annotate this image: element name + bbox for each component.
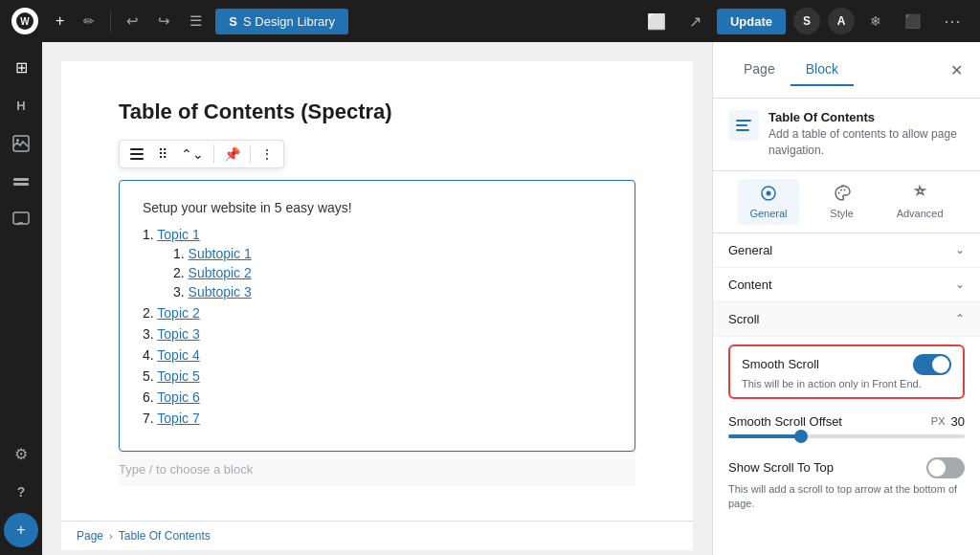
general-section-label: General xyxy=(728,243,772,257)
sidebar-icon-comment[interactable] xyxy=(4,203,38,237)
block-toolbar: ⠿ ⌃⌄ 📌 ⋮ xyxy=(119,140,284,168)
block-info-text: Table Of Contents Add a table of content… xyxy=(768,110,965,159)
style-icon xyxy=(834,185,851,206)
subtopic-1-link[interactable]: Subtopic 1 xyxy=(189,246,252,261)
layout-button[interactable]: ⬛ xyxy=(897,10,928,33)
advanced-icon xyxy=(911,185,928,206)
breadcrumb-bar: Page › Table Of Contents xyxy=(61,521,693,550)
scroll-to-top-desc: This will add a scroll to top arrow at t… xyxy=(713,482,980,522)
topic-3-link[interactable]: Topic 3 xyxy=(157,326,199,342)
offset-unit: PX xyxy=(931,415,946,427)
spectra-button[interactable]: S xyxy=(793,8,820,34)
redo-button[interactable]: ↪ xyxy=(152,9,176,33)
subtopic-2-link[interactable]: Subtopic 2 xyxy=(189,265,252,280)
list-item: 5. Topic 5 xyxy=(143,368,612,384)
block-info-icon xyxy=(728,110,759,141)
panel-nav-style[interactable]: Style xyxy=(818,179,864,225)
svg-rect-3 xyxy=(13,183,29,186)
right-panel: Page Block ✕ Table Of Contents Add a tab… xyxy=(712,42,980,555)
external-link-button[interactable]: ↗ xyxy=(681,9,709,34)
block-info: Table Of Contents Add a table of content… xyxy=(713,99,980,171)
top-toolbar: + ✏ ↩ ↪ ☰ S S Design Library ⬜ ↗ Update … xyxy=(0,0,980,42)
breadcrumb-toc[interactable]: Table Of Contents xyxy=(119,529,211,543)
topic-4-link[interactable]: Topic 4 xyxy=(157,347,199,363)
scroll-to-top-toggle[interactable] xyxy=(926,457,965,478)
monitor-icon-button[interactable]: ⬜ xyxy=(639,9,674,34)
svg-rect-5 xyxy=(130,148,144,150)
drag-button[interactable]: ⠿ xyxy=(152,143,173,166)
list-item: 2. Topic 2 xyxy=(143,305,612,321)
design-library-button[interactable]: S S Design Library xyxy=(215,9,348,34)
topic-6-link[interactable]: Topic 6 xyxy=(157,389,199,405)
toc-block: Setup your website in 5 easy ways! 1. To… xyxy=(119,180,635,452)
panel-close-button[interactable]: ✕ xyxy=(948,59,965,81)
list-item: 1. Subtopic 1 xyxy=(173,246,612,261)
list-item: 3. Topic 3 xyxy=(143,326,612,342)
content-section-row[interactable]: Content ⌄ xyxy=(713,268,980,302)
astra-button[interactable]: A xyxy=(828,8,855,34)
sidebar-icon-help[interactable]: ? xyxy=(4,475,38,509)
list-item: 1. Topic 1 1. Subtopic 1 2. Subtopic 2 3… xyxy=(143,227,612,300)
pin-button[interactable]: 📌 xyxy=(218,143,246,166)
scroll-chevron-icon: ⌃ xyxy=(955,312,965,325)
scroll-to-top-thumb xyxy=(928,459,946,477)
offset-row: Smooth Scroll Offset PX 30 xyxy=(713,407,980,450)
list-item: 2. Subtopic 2 xyxy=(173,265,612,280)
scroll-section-row[interactable]: Scroll ⌃ xyxy=(713,302,980,337)
content-section-label: Content xyxy=(728,278,772,292)
sidebar-icon-add[interactable]: + xyxy=(4,513,38,547)
sidebar-icon-settings[interactable]: ⚙ xyxy=(4,436,38,471)
panel-nav-general[interactable]: General xyxy=(738,179,798,225)
svg-rect-9 xyxy=(736,124,747,126)
panel-nav-style-label: Style xyxy=(830,208,853,219)
update-button[interactable]: Update xyxy=(717,9,786,34)
tab-block[interactable]: Block xyxy=(791,54,854,86)
sidebar-icon-image[interactable] xyxy=(4,126,38,161)
breadcrumb-page[interactable]: Page xyxy=(77,529,103,543)
topic-7-link[interactable]: Topic 7 xyxy=(157,411,199,426)
tab-page[interactable]: Page xyxy=(728,54,791,86)
subtopic-list: 1. Subtopic 1 2. Subtopic 2 3. Subtopic … xyxy=(143,246,612,300)
smooth-scroll-toggle[interactable] xyxy=(913,354,951,375)
panel-nav-advanced[interactable]: Advanced xyxy=(885,179,955,225)
slider-thumb[interactable] xyxy=(794,430,808,443)
add-block-button[interactable]: + xyxy=(50,9,70,33)
general-section-row[interactable]: General ⌄ xyxy=(713,233,980,268)
wp-logo[interactable] xyxy=(11,8,38,34)
toggle-thumb xyxy=(932,356,949,373)
list-item: 6. Topic 6 xyxy=(143,389,612,405)
editor-area: Table of Contents (Spectra) ⠿ ⌃⌄ 📌 ⋮ Set… xyxy=(42,42,712,555)
svg-rect-4 xyxy=(13,212,29,224)
block-toolbar-divider-2 xyxy=(250,144,251,164)
sidebar-icon-grid[interactable]: ⊞ xyxy=(4,50,38,84)
sidebar-icon-block[interactable] xyxy=(4,165,38,199)
content-chevron-icon: ⌄ xyxy=(955,278,965,291)
topic-1-link[interactable]: Topic 1 xyxy=(157,227,199,242)
topic-5-link[interactable]: Topic 5 xyxy=(157,368,199,384)
panel-nav: General Style Advanced xyxy=(713,171,980,233)
smooth-scroll-header: Smooth Scroll xyxy=(742,354,951,375)
move-button[interactable]: ⌃⌄ xyxy=(175,143,210,166)
svg-point-12 xyxy=(766,190,770,195)
subtopic-3-link[interactable]: Subtopic 3 xyxy=(189,284,252,300)
topic-2-link[interactable]: Topic 2 xyxy=(157,305,199,321)
list-view-button[interactable] xyxy=(123,143,150,166)
panel-header: Page Block ✕ xyxy=(713,42,980,99)
snowflake-button[interactable]: ❄ xyxy=(862,10,889,33)
more-options-button[interactable]: ⋯ xyxy=(936,7,969,35)
svg-rect-10 xyxy=(736,129,749,131)
smooth-scroll-label: Smooth Scroll xyxy=(742,357,819,371)
svg-rect-2 xyxy=(13,178,29,181)
breadcrumb-chevron: › xyxy=(109,530,113,542)
block-tools-button[interactable]: ✏ xyxy=(78,10,100,33)
undo-button[interactable]: ↩ xyxy=(121,9,145,33)
sidebar-icon-heading[interactable]: H xyxy=(4,88,38,122)
more-block-options[interactable]: ⋮ xyxy=(255,143,279,166)
sidebar-bottom: ⚙ ? + xyxy=(4,436,38,547)
details-button[interactable]: ☰ xyxy=(184,9,208,33)
offset-label-row: Smooth Scroll Offset PX 30 xyxy=(728,414,965,429)
list-item: 7. Topic 7 xyxy=(143,411,612,426)
offset-value: 30 xyxy=(951,414,965,429)
wp-logo-inner xyxy=(16,12,33,30)
editor-canvas: Table of Contents (Spectra) ⠿ ⌃⌄ 📌 ⋮ Set… xyxy=(61,61,693,521)
